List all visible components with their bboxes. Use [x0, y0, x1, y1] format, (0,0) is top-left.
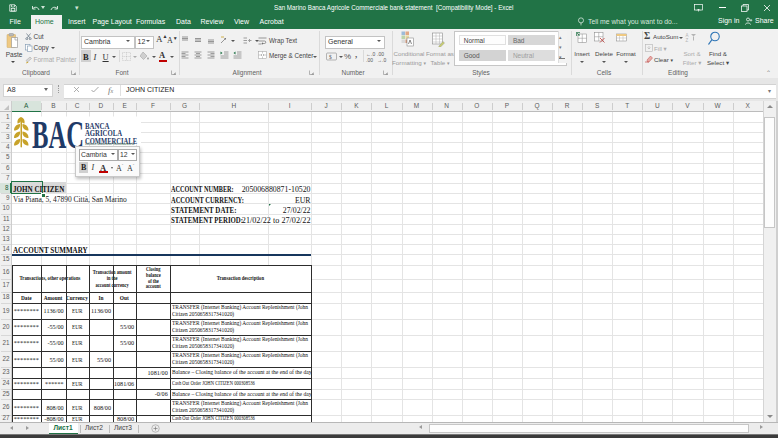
svg-text:Z: Z: [686, 38, 689, 43]
svg-text:BAC: BAC: [32, 113, 84, 151]
svg-text:A: A: [686, 33, 689, 38]
svg-text:$: $: [329, 53, 332, 59]
